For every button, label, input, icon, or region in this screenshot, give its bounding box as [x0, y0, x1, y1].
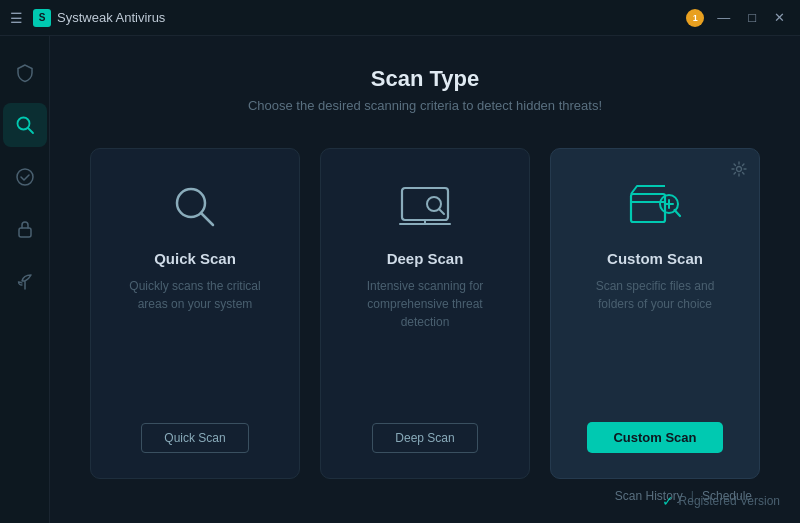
main-content: Scan Type Choose the desired scanning cr… — [50, 36, 800, 523]
minimize-button[interactable]: — — [712, 8, 735, 27]
quick-scan-button[interactable]: Quick Scan — [141, 423, 248, 453]
version-check-icon: ✓ — [662, 493, 674, 509]
app-logo: S Systweak Antivirus — [33, 9, 165, 27]
deep-scan-description: Intensive scanning for comprehensive thr… — [346, 277, 504, 403]
quick-scan-description: Quickly scans the critical areas on your… — [116, 277, 274, 403]
deep-scan-icon — [398, 179, 452, 235]
custom-scan-description: Scan specific files and folders of your … — [576, 277, 734, 402]
custom-scan-icon — [627, 179, 683, 235]
app-title: Systweak Antivirus — [57, 10, 165, 25]
quick-scan-title: Quick Scan — [154, 250, 236, 267]
scan-cards-container: Quick Scan Quickly scans the critical ar… — [90, 148, 760, 479]
logo-icon: S — [33, 9, 51, 27]
maximize-button[interactable]: □ — [743, 8, 761, 27]
custom-scan-card: Custom Scan Scan specific files and fold… — [550, 148, 760, 479]
custom-scan-title: Custom Scan — [607, 250, 703, 267]
custom-scan-settings-icon[interactable] — [731, 161, 747, 177]
sidebar-item-boost[interactable] — [3, 259, 47, 303]
sidebar-item-protection[interactable] — [3, 51, 47, 95]
page-header: Scan Type Choose the desired scanning cr… — [90, 66, 760, 113]
sidebar-item-scan[interactable] — [3, 103, 47, 147]
main-layout: Scan Type Choose the desired scanning cr… — [0, 36, 800, 523]
window-controls: 1 — □ ✕ — [686, 8, 790, 27]
custom-scan-button[interactable]: Custom Scan — [587, 422, 722, 453]
page-title: Scan Type — [90, 66, 760, 92]
svg-line-10 — [439, 209, 444, 214]
version-badge: ✓ Registered Version — [662, 493, 780, 509]
svg-point-2 — [17, 169, 33, 185]
sidebar — [0, 36, 50, 523]
quick-scan-card: Quick Scan Quickly scans the critical ar… — [90, 148, 300, 479]
svg-line-5 — [201, 213, 213, 225]
svg-line-14 — [675, 210, 681, 216]
svg-point-11 — [737, 167, 742, 172]
notification-badge: 1 — [686, 9, 704, 27]
deep-scan-card: Deep Scan Intensive scanning for compreh… — [320, 148, 530, 479]
close-button[interactable]: ✕ — [769, 8, 790, 27]
quick-scan-icon — [169, 179, 221, 235]
svg-line-1 — [28, 128, 33, 133]
titlebar: ☰ S Systweak Antivirus 1 — □ ✕ — [0, 0, 800, 36]
menu-button[interactable]: ☰ — [10, 10, 23, 26]
page-subtitle: Choose the desired scanning criteria to … — [90, 98, 760, 113]
footer: Scan History | Schedule — [90, 479, 760, 503]
deep-scan-button[interactable]: Deep Scan — [372, 423, 477, 453]
svg-rect-3 — [19, 228, 31, 237]
sidebar-item-privacy[interactable] — [3, 207, 47, 251]
sidebar-item-status[interactable] — [3, 155, 47, 199]
version-text: Registered Version — [679, 494, 780, 508]
deep-scan-title: Deep Scan — [387, 250, 464, 267]
